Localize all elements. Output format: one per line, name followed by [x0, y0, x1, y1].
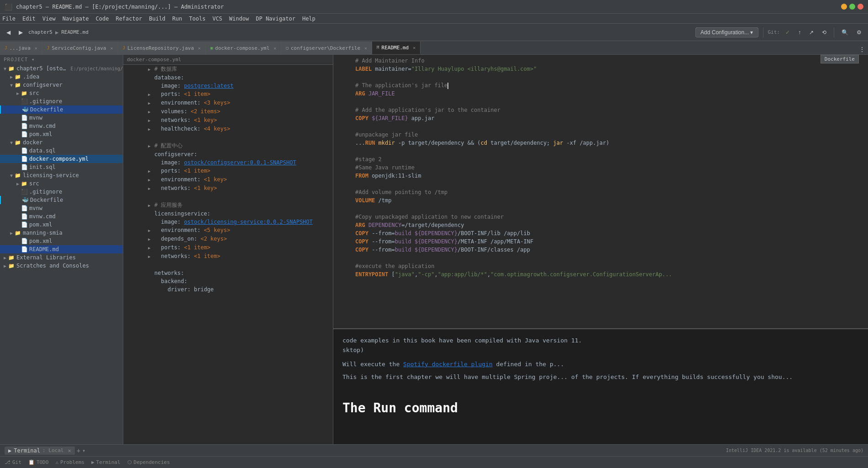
tab-licenserepository[interactable]: J LicenseRepository.java ✕	[118, 42, 205, 54]
sidebar-item-licensingservice-src[interactable]: ▶ 📁 src	[0, 179, 123, 188]
sidebar-item-chapter5[interactable]: ▼ 📁 chapter5 [ostock-parent-pom] E:/proj…	[0, 64, 123, 73]
xml-icon-manningsmia: 📄	[21, 238, 27, 244]
settings-button[interactable]: ⚙	[854, 28, 864, 37]
sidebar-item-readme[interactable]: 📄 README.md	[0, 245, 123, 253]
sidebar-item-configserver-dockerfile[interactable]: 🐳 Dockerfile	[0, 105, 123, 114]
menu-view[interactable]: View	[42, 16, 56, 22]
menu-tools[interactable]: Tools	[189, 16, 205, 22]
code-line: #unpackage jar file	[333, 131, 868, 139]
minimize-button[interactable]	[841, 4, 847, 10]
menu-navigate[interactable]: Navigate	[63, 16, 89, 22]
tab-configserverdockerfile-close[interactable]: ✕	[364, 46, 367, 51]
terminal-close[interactable]: ✕	[68, 447, 71, 454]
search-button[interactable]: 🔍	[839, 28, 851, 37]
tab-serviceconfig[interactable]: J ServiceConfig.java ✕	[42, 42, 118, 54]
tab-licenserepository-close[interactable]: ✕	[198, 46, 201, 51]
sidebar-label-configserver-mvnw: mvnw	[29, 115, 42, 121]
fold-marker[interactable]: ▶	[145, 201, 154, 210]
editor-area: docker-compose.yml ▶ # 数据库 database: im	[123, 55, 868, 456]
yaml-icon-dockercompose: 📄	[21, 156, 27, 162]
terminal-tab-terminal[interactable]: ▶ Terminal : Local ✕	[5, 447, 75, 455]
terminal-add-button[interactable]: +	[77, 447, 80, 454]
toolbar-forward-button[interactable]: ▶	[16, 28, 26, 37]
readme-text-1: code examples in this book have been com…	[342, 336, 859, 346]
tab-java1[interactable]: J ...java ✕	[0, 42, 42, 54]
fold-marker[interactable]: ▶	[145, 65, 154, 74]
dockerfile-readme-editor[interactable]: Dockerfile # Add Maintainer Info LABEL m…	[333, 55, 868, 456]
readme-paragraph-1: Will execute the Spotify dockerfile plug…	[342, 360, 859, 369]
menu-vcs[interactable]: VCS	[212, 16, 222, 22]
sidebar-item-idea[interactable]: ▶ 📁 .idea	[0, 73, 123, 81]
fold-marker[interactable]: ▶	[145, 142, 154, 150]
menu-dp-navigator[interactable]: DP Navigator	[256, 16, 295, 22]
git-checkmark-button[interactable]: ✓	[783, 28, 793, 37]
tab-options-button[interactable]: ⋮	[856, 44, 868, 54]
sidebar-item-licensingservice-mvnw[interactable]: 📄 mvnw	[0, 204, 123, 212]
sidebar-item-dockercompose[interactable]: 📄 docker-compose.yml	[0, 155, 123, 163]
code-content: image: postgres:latest	[154, 82, 329, 90]
sidebar-item-scratches[interactable]: ▶ 📁 Scratches and Consoles	[0, 262, 123, 270]
status-dependencies[interactable]: ⬡ Dependencies	[127, 459, 170, 465]
sidebar-item-extlibs[interactable]: ▶ 📁 External Libraries	[0, 253, 123, 262]
sidebar-item-initsql[interactable]: 📄 init.sql	[0, 163, 123, 171]
menu-edit[interactable]: Edit	[22, 16, 36, 22]
tab-serviceconfig-close[interactable]: ✕	[110, 46, 113, 51]
menu-help[interactable]: Help	[302, 16, 316, 22]
tab-readme[interactable]: M README.md ✕	[372, 42, 421, 54]
dockerfile-code[interactable]: # Add Maintainer Info LABEL maintainer="…	[333, 55, 868, 279]
menu-window[interactable]: Window	[229, 16, 249, 22]
status-terminal[interactable]: ▶ Terminal	[91, 459, 121, 465]
sidebar-item-manningsmia[interactable]: ▶ 📁 manning-smia	[0, 229, 123, 237]
docker-compose-editor[interactable]: docker-compose.yml ▶ # 数据库 database: im	[123, 55, 333, 456]
code-line: ▶ # 应用服务	[123, 201, 333, 210]
sidebar-label-chapter5: chapter5 [ostock-parent-pom]	[16, 65, 69, 72]
menu-run[interactable]: Run	[172, 16, 182, 22]
git-push-button[interactable]: ↗	[806, 28, 816, 37]
sidebar-item-licensingservice-pomxml[interactable]: 📄 pom.xml	[0, 221, 123, 229]
status-todo[interactable]: 📋 TODO	[28, 459, 49, 465]
sidebar-item-licensingservice[interactable]: ▼ 📁 licensing-service	[0, 171, 123, 179]
toolbar-back-button[interactable]: ◀	[4, 28, 13, 37]
sidebar-item-licensingservice-mvnwcmd[interactable]: 📄 mvnw.cmd	[0, 212, 123, 221]
readme-preview[interactable]: code examples in this book have been com…	[333, 328, 868, 456]
sidebar-item-docker[interactable]: ▼ 📁 docker	[0, 138, 123, 147]
status-git[interactable]: ⎇ Git	[5, 459, 21, 465]
menu-build[interactable]: Build	[149, 16, 165, 22]
code-content: environment: <3 keys>	[154, 99, 329, 107]
menu-code[interactable]: Code	[96, 16, 109, 22]
folder-icon-configserver: 📁	[15, 82, 21, 88]
code-line: ARG DEPENDENCY=/target/dependency	[333, 221, 868, 229]
tab-dockercompose-close[interactable]: ✕	[274, 46, 276, 51]
tree-arrow-docker: ▼	[8, 140, 15, 145]
git-history-button[interactable]: ⟲	[819, 28, 829, 37]
sidebar-item-configserver-pomxml[interactable]: 📄 pom.xml	[0, 130, 123, 138]
tab-java1-close[interactable]: ✕	[35, 46, 37, 51]
tree-arrow-configserver: ▼	[8, 83, 15, 88]
sidebar-item-datasql[interactable]: 📄 data.sql	[0, 147, 123, 155]
maximize-button[interactable]	[849, 4, 855, 10]
sidebar-item-configserver[interactable]: ▼ 📁 configserver	[0, 81, 123, 89]
tab-configserverdockerfile[interactable]: ▢ configserver\Dockerfile ✕	[281, 42, 372, 54]
spotify-link[interactable]: Spotify dockerfile plugin	[403, 361, 493, 368]
code-line	[333, 180, 868, 188]
terminal-dropdown[interactable]: ▾	[82, 447, 85, 454]
tab-readme-close[interactable]: ✕	[413, 45, 416, 50]
menu-refactor[interactable]: Refactor	[116, 16, 142, 22]
docker-compose-code[interactable]: ▶ # 数据库 database: image: postgres:latest…	[123, 65, 333, 294]
status-problems[interactable]: ⚠ Problems	[55, 459, 84, 465]
code-content: FROM openjdk:11-slim	[355, 172, 864, 180]
git-update-button[interactable]: ↑	[795, 28, 804, 37]
add-configuration-button[interactable]: Add Configuration... ▾	[695, 27, 758, 37]
sidebar-item-configserver-src[interactable]: ▶ 📁 src	[0, 89, 123, 97]
tab-dockercompose[interactable]: ▣ docker-compose.yml ✕	[206, 42, 282, 54]
sidebar-item-configserver-mvnwcmd[interactable]: 📄 mvnw.cmd	[0, 122, 123, 130]
code-line: LABEL maintainer="Illary Huaylupo <illar…	[333, 65, 868, 73]
code-line: COPY --from=build ${DEPENDENCY}/BOOT-INF…	[333, 246, 868, 254]
sidebar-item-licensingservice-gitignore[interactable]: ⬛ .gitignore	[0, 188, 123, 196]
sidebar-item-licensingservice-dockerfile[interactable]: 🐳 Dockerfile	[0, 196, 123, 204]
sidebar-item-configserver-gitignore[interactable]: ⬛ .gitignore	[0, 97, 123, 105]
sidebar-item-manningsmia-pomxml[interactable]: 📄 pom.xml	[0, 237, 123, 245]
close-button[interactable]	[857, 4, 863, 10]
sidebar-item-configserver-mvnw[interactable]: 📄 mvnw	[0, 114, 123, 122]
menu-file[interactable]: File	[2, 16, 16, 22]
